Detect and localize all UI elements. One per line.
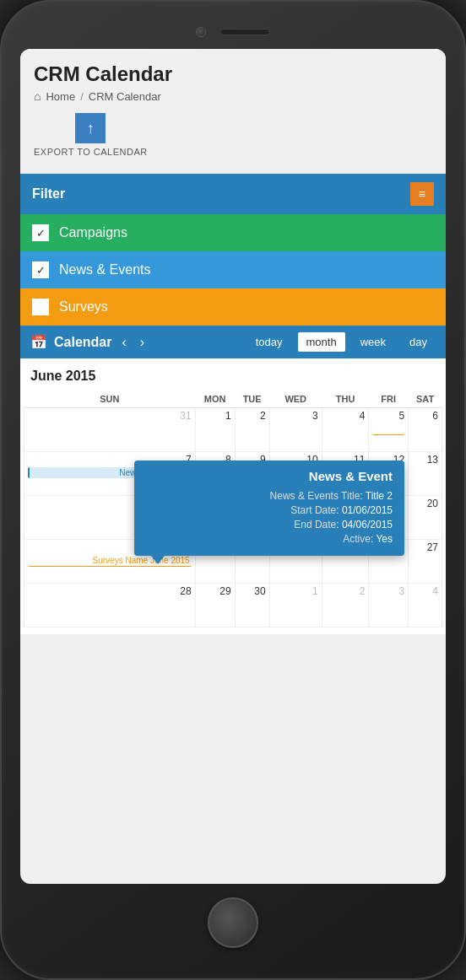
col-sun: SUN — [24, 390, 196, 408]
month-year-label: June 2015 — [24, 365, 442, 390]
day-button[interactable]: day — [401, 332, 436, 352]
phone-top-bar — [20, 27, 446, 37]
prev-arrow[interactable]: ‹ — [118, 335, 129, 350]
tooltip-val: : 04/06/2015 — [336, 519, 393, 530]
table-row: 2 — [235, 408, 269, 452]
surveys-label: Surveys — [59, 299, 108, 315]
breadcrumb-home: Home — [46, 90, 75, 103]
tooltip-row: News & Events Title : Title 2 — [146, 490, 393, 502]
table-row: 20 — [409, 496, 442, 540]
speaker — [219, 29, 270, 35]
col-wed: WED — [269, 390, 322, 408]
tooltip-key: News & Events Title — [146, 490, 360, 502]
table-row: 4 — [322, 408, 369, 452]
calendar-section: June 2015 SUN MON TUE WED THU FRI SAT — [20, 358, 446, 634]
table-row: 3 — [369, 584, 409, 627]
table-row: 29 — [195, 584, 235, 627]
calendar-title: Calendar — [54, 335, 111, 350]
table-row: 31 1 2 3 4 5 6 — [24, 408, 442, 452]
next-arrow[interactable]: › — [137, 335, 148, 350]
table-row: 31 — [24, 408, 196, 452]
category-surveys[interactable]: Surveys — [20, 288, 446, 326]
filter-bar: Filter ≡ — [20, 174, 446, 214]
table-row: 2 — [322, 584, 369, 627]
tooltip-row: Start Date : 01/06/2015 — [146, 504, 393, 516]
col-thu: THU — [322, 390, 369, 408]
table-row: 28 29 30 1 2 3 4 — [24, 584, 442, 627]
table-row: 4 — [409, 584, 442, 627]
breadcrumb: ⌂ Home / CRM Calendar — [34, 89, 432, 103]
filter-menu-button[interactable]: ≡ — [410, 182, 434, 206]
event-tag[interactable] — [372, 423, 404, 435]
home-icon: ⌂ — [34, 89, 41, 103]
month-button[interactable]: month — [298, 332, 345, 352]
breadcrumb-current: CRM Calendar — [89, 90, 161, 103]
export-button[interactable]: ↑ EXPORT TO CALENDAR — [34, 113, 148, 157]
campaigns-label: Campaigns — [59, 225, 127, 240]
table-row: 27 — [409, 540, 442, 584]
tooltip-val: : Title 2 — [360, 490, 393, 502]
tooltip-key: Active — [146, 533, 371, 545]
table-row: 1 — [269, 584, 322, 627]
table-row: 28 — [24, 584, 196, 627]
export-label: EXPORT TO CALENDAR — [34, 147, 148, 157]
tooltip-key: Start Date — [146, 504, 336, 516]
breadcrumb-separator: / — [80, 90, 84, 103]
event-tooltip: News & Event News & Events Title : Title… — [134, 460, 404, 564]
tooltip-title: News & Event — [146, 469, 393, 483]
tooltip-key: End Date — [146, 519, 336, 530]
page-title: CRM Calendar — [34, 62, 432, 86]
table-row: 3 — [269, 408, 322, 452]
col-tue: TUE — [235, 390, 269, 408]
export-icon: ↑ — [75, 113, 106, 143]
news-events-label: News & Events — [59, 262, 150, 277]
news-events-checkbox[interactable]: ✓ — [32, 261, 49, 278]
phone-frame: CRM Calendar ⌂ Home / CRM Calendar ↑ EXP… — [0, 0, 466, 980]
table-row: 30 — [235, 584, 269, 627]
tooltip-arrow — [151, 556, 165, 564]
table-row: 5 — [369, 408, 409, 452]
app-header: CRM Calendar ⌂ Home / CRM Calendar ↑ EXP… — [20, 49, 446, 174]
filter-label: Filter — [32, 186, 65, 202]
surveys-checkbox[interactable] — [32, 299, 49, 315]
col-mon: MON — [195, 390, 235, 408]
today-button[interactable]: today — [247, 332, 291, 352]
tooltip-box: News & Event News & Events Title : Title… — [134, 460, 404, 556]
category-news-events[interactable]: ✓ News & Events — [20, 251, 446, 288]
tooltip-val: : 01/06/2015 — [336, 504, 393, 516]
tooltip-row: End Date : 04/06/2015 — [146, 519, 393, 530]
col-sat: SAT — [409, 390, 442, 408]
calendar-nav: 📅 Calendar ‹ › today month week day — [20, 326, 446, 358]
calendar-icon: 📅 — [30, 334, 47, 350]
campaigns-checkbox[interactable]: ✓ — [32, 224, 49, 241]
table-row: 1 — [195, 408, 235, 452]
home-button[interactable] — [208, 897, 258, 948]
tooltip-row: Active : Yes — [146, 533, 393, 545]
phone-bottom — [20, 897, 446, 948]
camera-icon — [196, 27, 206, 37]
table-row: 6 — [409, 408, 442, 452]
category-campaigns[interactable]: ✓ Campaigns — [20, 214, 446, 251]
table-row: 7 News & Events Titl News & Event News &… — [24, 452, 442, 496]
week-button[interactable]: week — [352, 332, 394, 352]
table-row: 13 — [409, 452, 442, 496]
table-row: 7 News & Events Titl News & Event News &… — [24, 452, 196, 496]
phone-screen: CRM Calendar ⌂ Home / CRM Calendar ↑ EXP… — [20, 49, 446, 884]
tooltip-val: : Yes — [371, 533, 393, 545]
col-fri: FRI — [369, 390, 409, 408]
calendar-grid: SUN MON TUE WED THU FRI SAT 31 1 2 — [24, 390, 442, 627]
